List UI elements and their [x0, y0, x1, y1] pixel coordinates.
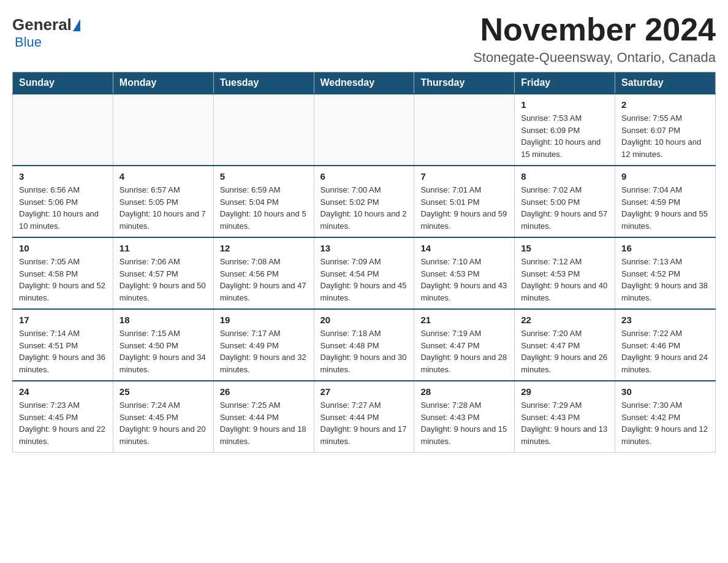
logo-blue: Blue — [15, 34, 42, 50]
week-row-1: 1Sunrise: 7:53 AMSunset: 6:09 PMDaylight… — [13, 94, 716, 166]
day-number: 7 — [420, 171, 508, 182]
calendar-cell: 20Sunrise: 7:18 AMSunset: 4:48 PMDayligh… — [314, 309, 414, 381]
calendar-table: SundayMondayTuesdayWednesdayThursdayFrid… — [12, 72, 716, 453]
day-number: 6 — [320, 171, 408, 182]
day-number: 22 — [521, 315, 609, 325]
calendar-cell: 16Sunrise: 7:13 AMSunset: 4:52 PMDayligh… — [615, 237, 716, 309]
day-info: Sunrise: 7:00 AMSunset: 5:02 PMDaylight:… — [320, 184, 408, 232]
calendar-cell: 3Sunrise: 6:56 AMSunset: 5:06 PMDaylight… — [13, 166, 113, 237]
day-number: 24 — [19, 386, 107, 397]
calendar-cell — [113, 94, 213, 166]
day-info: Sunrise: 7:29 AMSunset: 4:43 PMDaylight:… — [521, 399, 609, 447]
day-info: Sunrise: 7:12 AMSunset: 4:53 PMDaylight:… — [521, 256, 609, 304]
day-info: Sunrise: 7:09 AMSunset: 4:54 PMDaylight:… — [320, 256, 408, 304]
day-info: Sunrise: 6:56 AMSunset: 5:06 PMDaylight:… — [19, 184, 107, 232]
day-number: 19 — [220, 315, 308, 325]
day-info: Sunrise: 7:24 AMSunset: 4:45 PMDaylight:… — [119, 399, 207, 447]
day-number: 17 — [19, 315, 107, 325]
day-info: Sunrise: 6:59 AMSunset: 5:04 PMDaylight:… — [220, 184, 308, 232]
day-info: Sunrise: 7:04 AMSunset: 4:59 PMDaylight:… — [621, 184, 709, 232]
day-number: 29 — [521, 386, 609, 397]
calendar-cell — [414, 94, 515, 166]
calendar-cell: 9Sunrise: 7:04 AMSunset: 4:59 PMDaylight… — [615, 166, 716, 237]
calendar-cell: 10Sunrise: 7:05 AMSunset: 4:58 PMDayligh… — [13, 237, 113, 309]
day-number: 13 — [320, 243, 408, 253]
day-number: 14 — [420, 243, 508, 253]
calendar-cell — [213, 94, 314, 166]
calendar-cell: 22Sunrise: 7:20 AMSunset: 4:47 PMDayligh… — [515, 309, 615, 381]
calendar-header-sunday: Sunday — [13, 72, 113, 94]
calendar-header-friday: Friday — [515, 72, 615, 94]
calendar-cell: 19Sunrise: 7:17 AMSunset: 4:49 PMDayligh… — [213, 309, 314, 381]
day-number: 15 — [521, 243, 609, 253]
calendar-cell: 15Sunrise: 7:12 AMSunset: 4:53 PMDayligh… — [515, 237, 615, 309]
calendar-cell: 18Sunrise: 7:15 AMSunset: 4:50 PMDayligh… — [113, 309, 213, 381]
calendar-cell: 28Sunrise: 7:28 AMSunset: 4:43 PMDayligh… — [414, 381, 515, 453]
week-row-2: 3Sunrise: 6:56 AMSunset: 5:06 PMDaylight… — [13, 166, 716, 237]
day-number: 28 — [420, 386, 508, 397]
day-info: Sunrise: 7:22 AMSunset: 4:46 PMDaylight:… — [621, 327, 709, 375]
calendar-header-monday: Monday — [113, 72, 213, 94]
page-subtitle: Stonegate-Queensway, Ontario, Canada — [473, 50, 716, 66]
day-info: Sunrise: 6:57 AMSunset: 5:05 PMDaylight:… — [119, 184, 207, 232]
calendar-cell — [13, 94, 113, 166]
day-info: Sunrise: 7:14 AMSunset: 4:51 PMDaylight:… — [19, 327, 107, 375]
day-info: Sunrise: 7:53 AMSunset: 6:09 PMDaylight:… — [521, 112, 609, 160]
day-number: 8 — [521, 171, 609, 182]
day-info: Sunrise: 7:15 AMSunset: 4:50 PMDaylight:… — [119, 327, 207, 375]
day-number: 5 — [220, 171, 308, 182]
week-row-4: 17Sunrise: 7:14 AMSunset: 4:51 PMDayligh… — [13, 309, 716, 381]
calendar-cell: 24Sunrise: 7:23 AMSunset: 4:45 PMDayligh… — [13, 381, 113, 453]
day-number: 18 — [119, 315, 207, 325]
day-info: Sunrise: 7:05 AMSunset: 4:58 PMDaylight:… — [19, 256, 107, 304]
logo: General Blue — [12, 12, 82, 50]
calendar-header-wednesday: Wednesday — [314, 72, 414, 94]
calendar-cell: 27Sunrise: 7:27 AMSunset: 4:44 PMDayligh… — [314, 381, 414, 453]
day-number: 26 — [220, 386, 308, 397]
calendar-cell: 4Sunrise: 6:57 AMSunset: 5:05 PMDaylight… — [113, 166, 213, 237]
day-info: Sunrise: 7:06 AMSunset: 4:57 PMDaylight:… — [119, 256, 207, 304]
day-number: 27 — [320, 386, 408, 397]
logo-text: General — [12, 15, 82, 34]
calendar-header-saturday: Saturday — [615, 72, 716, 94]
day-number: 10 — [19, 243, 107, 253]
calendar-header-row: SundayMondayTuesdayWednesdayThursdayFrid… — [13, 72, 716, 94]
day-info: Sunrise: 7:23 AMSunset: 4:45 PMDaylight:… — [19, 399, 107, 447]
logo-triangle-icon — [73, 19, 80, 31]
calendar-cell: 6Sunrise: 7:00 AMSunset: 5:02 PMDaylight… — [314, 166, 414, 237]
calendar-cell: 17Sunrise: 7:14 AMSunset: 4:51 PMDayligh… — [13, 309, 113, 381]
calendar-cell: 1Sunrise: 7:53 AMSunset: 6:09 PMDaylight… — [515, 94, 615, 166]
page-title: November 2024 — [473, 12, 716, 47]
day-info: Sunrise: 7:55 AMSunset: 6:07 PMDaylight:… — [621, 112, 709, 160]
day-number: 3 — [19, 171, 107, 182]
day-info: Sunrise: 7:17 AMSunset: 4:49 PMDaylight:… — [220, 327, 308, 375]
day-info: Sunrise: 7:10 AMSunset: 4:53 PMDaylight:… — [420, 256, 508, 304]
day-number: 2 — [621, 99, 709, 110]
page-header: General Blue November 2024 Stonegate-Que… — [12, 12, 716, 66]
calendar-cell: 5Sunrise: 6:59 AMSunset: 5:04 PMDaylight… — [213, 166, 314, 237]
day-number: 21 — [420, 315, 508, 325]
calendar-cell: 21Sunrise: 7:19 AMSunset: 4:47 PMDayligh… — [414, 309, 515, 381]
day-number: 12 — [220, 243, 308, 253]
day-info: Sunrise: 7:25 AMSunset: 4:44 PMDaylight:… — [220, 399, 308, 447]
calendar-cell: 2Sunrise: 7:55 AMSunset: 6:07 PMDaylight… — [615, 94, 716, 166]
day-number: 4 — [119, 171, 207, 182]
day-info: Sunrise: 7:27 AMSunset: 4:44 PMDaylight:… — [320, 399, 408, 447]
calendar-cell: 13Sunrise: 7:09 AMSunset: 4:54 PMDayligh… — [314, 237, 414, 309]
calendar-cell — [314, 94, 414, 166]
calendar-cell: 25Sunrise: 7:24 AMSunset: 4:45 PMDayligh… — [113, 381, 213, 453]
day-number: 30 — [621, 386, 709, 397]
calendar-cell: 26Sunrise: 7:25 AMSunset: 4:44 PMDayligh… — [213, 381, 314, 453]
day-number: 25 — [119, 386, 207, 397]
calendar-cell: 23Sunrise: 7:22 AMSunset: 4:46 PMDayligh… — [615, 309, 716, 381]
week-row-3: 10Sunrise: 7:05 AMSunset: 4:58 PMDayligh… — [13, 237, 716, 309]
logo-general: General — [12, 15, 72, 34]
day-info: Sunrise: 7:30 AMSunset: 4:42 PMDaylight:… — [621, 399, 709, 447]
day-number: 20 — [320, 315, 408, 325]
day-number: 11 — [119, 243, 207, 253]
calendar-cell: 12Sunrise: 7:08 AMSunset: 4:56 PMDayligh… — [213, 237, 314, 309]
calendar-cell: 8Sunrise: 7:02 AMSunset: 5:00 PMDaylight… — [515, 166, 615, 237]
calendar-header-thursday: Thursday — [414, 72, 515, 94]
calendar-cell: 30Sunrise: 7:30 AMSunset: 4:42 PMDayligh… — [615, 381, 716, 453]
calendar-header-tuesday: Tuesday — [213, 72, 314, 94]
